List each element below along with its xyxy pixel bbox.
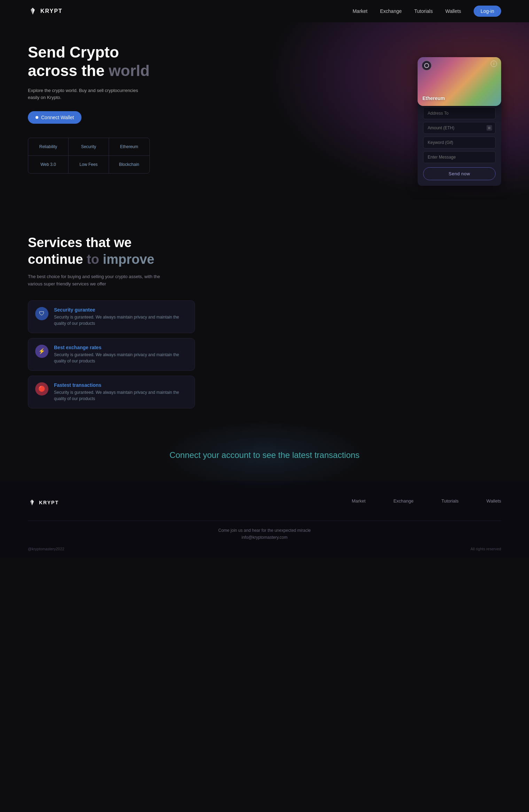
nav-wallets[interactable]: Wallets bbox=[445, 8, 461, 14]
services-title-normal: continue bbox=[28, 252, 83, 267]
service-card-content-security: Security gurantee Security is guranteed.… bbox=[54, 307, 188, 327]
connect-wallet-button[interactable]: Connect Wallet bbox=[28, 111, 81, 124]
footer-nav-exchange[interactable]: Exchange bbox=[394, 498, 414, 504]
service-cards: 🛡 Security gurantee Security is gurantee… bbox=[28, 300, 195, 408]
footer-copyright-row: @kryptomastery2022 All rights reserved bbox=[28, 547, 501, 551]
eth-card-label: Ethereum bbox=[422, 95, 445, 101]
feature-security: Security bbox=[69, 138, 109, 156]
feature-grid: Reliability Security Ethereum Web 3.0 Lo… bbox=[28, 138, 150, 174]
nav-links: Market Exchange Tutorials Wallets Log-in bbox=[352, 6, 501, 17]
feature-reliability: Reliability bbox=[28, 138, 69, 156]
eth-card: i Ethereum bbox=[418, 57, 501, 106]
hero-title-line1: Send Crypto bbox=[28, 44, 119, 61]
transactions-card-title: Fastest transactions bbox=[54, 382, 188, 388]
footer-logo-icon bbox=[28, 498, 36, 507]
services-title-dim: to bbox=[83, 252, 99, 267]
exchange-card-desc: Security is guranteed. We always maintai… bbox=[54, 352, 188, 364]
feature-lowfees: Low Fees bbox=[69, 156, 109, 173]
eth-card-avatar bbox=[422, 61, 431, 70]
feature-grid-wrapper: Reliability Security Ethereum Web 3.0 Lo… bbox=[28, 138, 150, 174]
exchange-icon: ⚡ bbox=[38, 348, 45, 354]
service-card-content-exchange: Best exchange rates Security is gurantee… bbox=[54, 345, 188, 364]
feature-ethereum: Ethereum bbox=[109, 138, 149, 156]
services-subtitle: The best choice for buying and selling y… bbox=[28, 273, 160, 288]
services-section: Services that we continue to improve The… bbox=[0, 200, 529, 429]
footer-email: info@kryptomastery.com bbox=[28, 535, 501, 540]
send-form: ⊞ Send now bbox=[418, 99, 501, 186]
amount-input-wrapper: ⊞ bbox=[423, 122, 496, 134]
footer-tagline: Come join us and hear for the unexpected… bbox=[28, 528, 501, 533]
hero-subtitle: Explore the crypto world. Buy and sell c… bbox=[28, 87, 139, 102]
login-button[interactable]: Log-in bbox=[474, 6, 501, 17]
security-card-desc: Security is guranteed. We always maintai… bbox=[54, 314, 188, 327]
logo-icon bbox=[28, 6, 38, 16]
footer-nav-market[interactable]: Market bbox=[352, 498, 366, 504]
hero-section: Send Crypto across the world Explore the… bbox=[0, 22, 529, 200]
service-card-security: 🛡 Security gurantee Security is gurantee… bbox=[28, 300, 195, 333]
hero-title-line2-normal: across the bbox=[28, 62, 104, 79]
services-title-green: improve bbox=[99, 252, 154, 267]
footer-logo: KRYPT bbox=[28, 498, 59, 507]
footer-bottom: Come join us and hear for the unexpected… bbox=[28, 521, 501, 551]
footer-nav-tutorials[interactable]: Tutorials bbox=[441, 498, 458, 504]
eth-card-info-icon: i bbox=[491, 61, 497, 67]
hero-right: i Ethereum ⊞ Send now bbox=[418, 57, 501, 186]
hero-title: Send Crypto across the world bbox=[28, 43, 150, 80]
connect-wallet-label: Connect Wallet bbox=[41, 115, 74, 120]
wallet-dot-icon bbox=[36, 116, 38, 119]
cta-section: Connect your account to see the latest t… bbox=[0, 429, 529, 481]
feature-blockchain: Blockchain bbox=[109, 156, 149, 173]
footer-rights: All rights reserved bbox=[470, 547, 501, 551]
send-now-button[interactable]: Send now bbox=[423, 167, 496, 180]
feature-web3: Web 3.0 bbox=[28, 156, 69, 173]
hero-title-dim: world bbox=[104, 62, 150, 79]
footer-copyright: @kryptomastery2022 bbox=[28, 547, 64, 551]
services-title-line1: Services that we bbox=[28, 235, 132, 250]
transactions-icon-wrap: 🔴 bbox=[35, 382, 48, 396]
security-icon-wrap: 🛡 bbox=[35, 307, 48, 320]
amount-icon: ⊞ bbox=[487, 125, 492, 131]
exchange-icon-wrap: ⚡ bbox=[35, 345, 48, 358]
logo: KRYPT bbox=[28, 6, 63, 16]
nav-market[interactable]: Market bbox=[352, 8, 367, 14]
footer-nav-group: Market Exchange Tutorials Wallets bbox=[352, 498, 501, 504]
service-card-exchange: ⚡ Best exchange rates Security is gurant… bbox=[28, 338, 195, 371]
nav-tutorials[interactable]: Tutorials bbox=[414, 8, 433, 14]
nav-exchange[interactable]: Exchange bbox=[380, 8, 402, 14]
hero-layout: Send Crypto across the world Explore the… bbox=[28, 43, 501, 186]
address-to-input[interactable] bbox=[423, 107, 496, 119]
shield-icon: 🛡 bbox=[39, 311, 45, 317]
service-card-content-transactions: Fastest transactions Security is gurante… bbox=[54, 382, 188, 402]
transactions-icon: 🔴 bbox=[38, 385, 45, 392]
exchange-card-title: Best exchange rates bbox=[54, 345, 188, 350]
eth-card-avatar-inner bbox=[424, 63, 429, 68]
footer-nav-wallets[interactable]: Wallets bbox=[487, 498, 501, 504]
footer-top: KRYPT Market Exchange Tutorials Wallets bbox=[28, 498, 501, 507]
transactions-card-desc: Security is guranteed. We always maintai… bbox=[54, 389, 188, 402]
keyword-input[interactable] bbox=[423, 137, 496, 148]
amount-input[interactable] bbox=[423, 122, 496, 134]
message-input[interactable] bbox=[423, 151, 496, 163]
footer: KRYPT Market Exchange Tutorials Wallets … bbox=[0, 481, 529, 558]
navbar: KRYPT Market Exchange Tutorials Wallets … bbox=[0, 0, 529, 22]
services-title: Services that we continue to improve bbox=[28, 235, 174, 268]
card-form-combined: i Ethereum ⊞ Send now bbox=[418, 57, 501, 186]
cta-text: Connect your account to see the latest t… bbox=[28, 450, 501, 460]
logo-text: KRYPT bbox=[40, 8, 63, 14]
service-card-transactions: 🔴 Fastest transactions Security is guran… bbox=[28, 376, 195, 408]
footer-logo-text: KRYPT bbox=[39, 500, 59, 505]
security-card-title: Security gurantee bbox=[54, 307, 188, 313]
hero-content: Send Crypto across the world Explore the… bbox=[28, 43, 150, 174]
